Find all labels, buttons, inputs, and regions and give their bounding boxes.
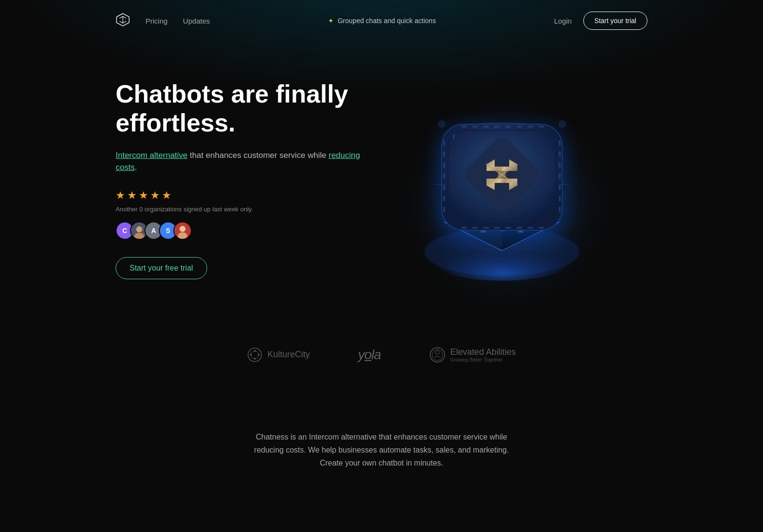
hero-image xyxy=(366,88,647,271)
kulturecity-icon xyxy=(247,347,263,363)
navbar: Pricing Updates ✦ Grouped chats and quic… xyxy=(0,0,763,41)
announcement-banner: ✦ Grouped chats and quick actions xyxy=(328,17,436,25)
free-trial-button[interactable]: Start your free trial xyxy=(116,257,207,279)
svg-point-5 xyxy=(178,232,187,239)
svg-point-19 xyxy=(558,120,566,128)
login-link[interactable]: Login xyxy=(554,17,572,25)
hero-title: Chatbots are finally effortless. xyxy=(116,80,366,138)
svg-point-64 xyxy=(250,354,252,356)
svg-point-62 xyxy=(254,350,256,352)
svg-rect-13 xyxy=(517,231,524,233)
star-2: ★ xyxy=(127,189,137,202)
updates-link[interactable]: Updates xyxy=(183,17,210,25)
kulturecity-logo: KultureCity xyxy=(247,347,310,363)
signup-count-text: Another 0 organizations signed up last w… xyxy=(116,206,366,213)
intercom-link[interactable]: Intercom alternative xyxy=(116,151,187,160)
user-avatars: C A S xyxy=(116,221,366,240)
hero-subtitle: Intercom alternative that enhances custo… xyxy=(116,149,366,174)
chip-svg xyxy=(415,88,589,281)
star-rating: ★ ★ ★ ★ ★ xyxy=(116,189,366,202)
nav-left: Pricing Updates xyxy=(116,13,210,29)
logo[interactable] xyxy=(116,13,130,29)
svg-point-65 xyxy=(258,354,260,356)
elevated-abilities-name: Elevated Abilities xyxy=(450,347,516,357)
star-1: ★ xyxy=(116,189,125,202)
svg-point-67 xyxy=(435,350,439,354)
footer-section: Chatness is an Intercom alternative that… xyxy=(0,402,763,508)
hero-content: Chatbots are finally effortless. Interco… xyxy=(116,80,366,279)
start-trial-button[interactable]: Start your trial xyxy=(583,12,647,30)
svg-rect-10 xyxy=(480,231,487,233)
svg-point-18 xyxy=(438,120,446,128)
hero-section: Chatbots are finally effortless. Interco… xyxy=(0,41,763,327)
yola-logo: yola xyxy=(358,347,381,363)
svg-point-1 xyxy=(136,226,143,233)
elevated-abilities-icon xyxy=(429,347,446,363)
star-4: ★ xyxy=(150,189,160,202)
svg-rect-57 xyxy=(442,124,562,230)
elevated-abilities-tagline: Growing Better Together xyxy=(450,357,516,363)
svg-point-4 xyxy=(180,226,186,232)
footer-description: Chatness is an Intercom alternative that… xyxy=(242,430,521,470)
nav-right: Login Start your trial xyxy=(554,12,647,30)
elevated-abilities-text-block: Elevated Abilities Growing Better Togeth… xyxy=(450,347,516,363)
logos-section: KultureCity yola Elevated Abilities Grow… xyxy=(0,327,763,402)
announcement-text: Grouped chats and quick actions xyxy=(338,17,436,25)
star-3: ★ xyxy=(139,189,148,202)
star-5: ★ xyxy=(162,189,171,202)
svg-point-2 xyxy=(134,233,144,239)
svg-point-63 xyxy=(254,358,256,360)
sparkle-icon: ✦ xyxy=(328,17,334,25)
pricing-link[interactable]: Pricing xyxy=(145,17,168,25)
elevated-abilities-logo: Elevated Abilities Growing Better Togeth… xyxy=(429,347,516,363)
chip-visual xyxy=(415,88,598,271)
yola-text: yola xyxy=(358,347,381,362)
kulturecity-text: KultureCity xyxy=(267,350,310,360)
svg-point-61 xyxy=(251,351,259,359)
avatar-5 xyxy=(173,221,192,240)
